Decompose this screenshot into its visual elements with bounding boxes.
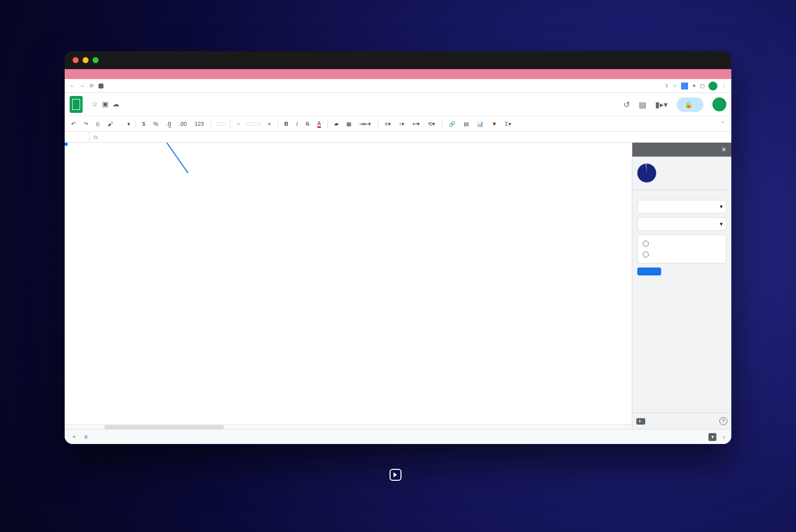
radio-group bbox=[637, 235, 726, 264]
back-icon[interactable]: ← bbox=[70, 83, 75, 89]
explore-icon[interactable]: ‹ bbox=[721, 432, 726, 442]
filter-icon[interactable]: ▼ bbox=[490, 119, 498, 128]
text-color-icon[interactable]: A bbox=[316, 119, 322, 129]
close-sidebar-icon[interactable]: ✕ bbox=[721, 146, 726, 153]
close-icon[interactable] bbox=[73, 57, 79, 63]
bold-icon[interactable]: B bbox=[283, 119, 290, 128]
name-box[interactable] bbox=[65, 132, 90, 142]
lock-icon bbox=[99, 84, 103, 89]
browser-tabstrip bbox=[65, 69, 731, 79]
all-sheets-icon[interactable]: ≡ bbox=[83, 432, 89, 442]
action-section: ▾ ▾ bbox=[632, 189, 731, 281]
gw-sidebar: ✕ ▾ bbox=[632, 143, 731, 429]
h-scrollbar[interactable] bbox=[65, 424, 632, 429]
page-footer bbox=[390, 469, 406, 481]
sheets-logo-icon[interactable] bbox=[70, 96, 83, 113]
bookmark-icon[interactable]: ☆ bbox=[673, 83, 677, 89]
star-icon[interactable]: ☆ bbox=[92, 100, 98, 108]
print-icon[interactable]: ⎙ bbox=[95, 119, 101, 128]
browser-window: ← → ⟳ ⇧ ☆ ✦ ▢ ⋮ ☆ ▣ bbox=[65, 69, 731, 444]
sidebar-footer: ? bbox=[632, 413, 731, 429]
select-operation[interactable]: ▾ bbox=[637, 200, 726, 213]
window-icon[interactable]: ▢ bbox=[700, 83, 704, 89]
youtube-icon[interactable] bbox=[636, 418, 645, 425]
credits-donut-icon bbox=[637, 164, 656, 182]
extension-icon[interactable] bbox=[681, 83, 688, 89]
minimize-icon[interactable] bbox=[83, 57, 89, 63]
radio-delete-schema[interactable] bbox=[638, 238, 726, 249]
meet-icon[interactable]: ▮▸▾ bbox=[655, 100, 668, 109]
count-drop-icon[interactable]: ▾ bbox=[708, 433, 716, 441]
profile-avatar[interactable] bbox=[708, 82, 717, 90]
redo-icon[interactable]: ↷ bbox=[82, 119, 90, 129]
font-inc-icon[interactable]: + bbox=[266, 119, 272, 128]
fx-icon: fx bbox=[90, 134, 102, 140]
comment-icon[interactable]: ▤ bbox=[462, 119, 470, 129]
play-icon bbox=[390, 469, 401, 481]
forward-icon[interactable]: → bbox=[80, 83, 85, 89]
borders-icon[interactable]: ▦ bbox=[345, 119, 353, 129]
currency-icon[interactable]: $ bbox=[141, 119, 147, 128]
reload-icon[interactable]: ⟳ bbox=[90, 83, 94, 89]
account-avatar[interactable] bbox=[712, 97, 726, 111]
addr-actions: ⇧ ☆ ✦ ▢ ⋮ bbox=[665, 82, 726, 90]
history-icon[interactable]: ↺ bbox=[623, 100, 630, 109]
annotation-arrow bbox=[156, 143, 189, 174]
chevron-down-icon: ▾ bbox=[720, 221, 723, 227]
rotate-icon[interactable]: ⟲▾ bbox=[426, 119, 437, 129]
fill-color-icon[interactable]: ▰ bbox=[333, 119, 340, 129]
comments-icon[interactable]: ▤ bbox=[639, 100, 646, 109]
select-schema-action[interactable]: ▾ bbox=[637, 217, 726, 231]
move-icon[interactable]: ▣ bbox=[102, 100, 108, 108]
radio-reset-sheet[interactable] bbox=[638, 249, 726, 260]
halign-icon[interactable]: ≡▾ bbox=[383, 119, 392, 129]
selection-box bbox=[65, 143, 68, 146]
cloud-icon[interactable]: ☁ bbox=[112, 100, 119, 108]
more-formats-icon[interactable]: 123 bbox=[193, 119, 205, 128]
font-size[interactable] bbox=[246, 122, 261, 125]
formula-bar: fx bbox=[65, 132, 731, 143]
sheet-tabs-bar: ＋ ≡ ▾ ‹ bbox=[65, 429, 731, 444]
lock-small-icon: 🔒 bbox=[685, 101, 693, 108]
toolbar: ↶ ↷ ⎙ 🖌 ▾ $ % .0̲ .00 123 − + B I S A ▰ … bbox=[65, 116, 731, 132]
credits-panel bbox=[632, 157, 731, 189]
undo-icon[interactable]: ↶ bbox=[70, 119, 77, 129]
doc-header: ☆ ▣ ☁ ↺ ▤ ▮▸▾ 🔒 bbox=[65, 93, 731, 116]
sidebar-header: ✕ bbox=[632, 143, 731, 157]
valign-icon[interactable]: ↕▾ bbox=[398, 119, 406, 129]
dec-increase-icon[interactable]: .00 bbox=[178, 119, 188, 128]
workspace: ✕ ▾ bbox=[65, 143, 731, 429]
extensions-icon[interactable]: ✦ bbox=[692, 83, 696, 89]
font-dec-icon[interactable]: − bbox=[235, 119, 241, 128]
chart-insert-icon[interactable]: 📊 bbox=[475, 119, 485, 129]
zoom-select[interactable] bbox=[119, 122, 122, 125]
dec-decrease-icon[interactable]: .0̲ bbox=[165, 119, 173, 129]
execute-button[interactable] bbox=[637, 267, 661, 275]
font-select[interactable] bbox=[216, 122, 225, 125]
percent-icon[interactable]: % bbox=[152, 119, 160, 128]
paint-format-icon[interactable]: 🖌 bbox=[106, 119, 114, 128]
chevron-down-icon: ▾ bbox=[720, 203, 723, 210]
url-box[interactable] bbox=[99, 84, 660, 89]
sheet-area[interactable] bbox=[65, 143, 632, 429]
menu-icon[interactable]: ⋮ bbox=[721, 83, 726, 89]
device-frame: ← → ⟳ ⇧ ☆ ✦ ▢ ⋮ ☆ ▣ bbox=[65, 51, 731, 444]
wrap-icon[interactable]: ↩▾ bbox=[411, 119, 421, 129]
mac-titlebar bbox=[65, 51, 731, 69]
add-sheet-icon[interactable]: ＋ bbox=[70, 431, 79, 443]
collapse-toolbar-icon[interactable]: ˄ bbox=[719, 119, 726, 129]
maximize-icon[interactable] bbox=[93, 57, 99, 63]
help-icon[interactable]: ? bbox=[719, 417, 727, 425]
link-icon[interactable]: 🔗 bbox=[447, 119, 457, 129]
share-button[interactable]: 🔒 bbox=[677, 97, 703, 112]
merge-icon[interactable]: ⇥⇤▾ bbox=[358, 119, 373, 129]
functions-icon[interactable]: Σ▾ bbox=[503, 119, 513, 129]
strike-icon[interactable]: S bbox=[304, 119, 311, 128]
italic-icon[interactable]: I bbox=[295, 119, 299, 128]
address-bar: ← → ⟳ ⇧ ☆ ✦ ▢ ⋮ bbox=[65, 79, 731, 93]
share-url-icon[interactable]: ⇧ bbox=[665, 83, 669, 89]
